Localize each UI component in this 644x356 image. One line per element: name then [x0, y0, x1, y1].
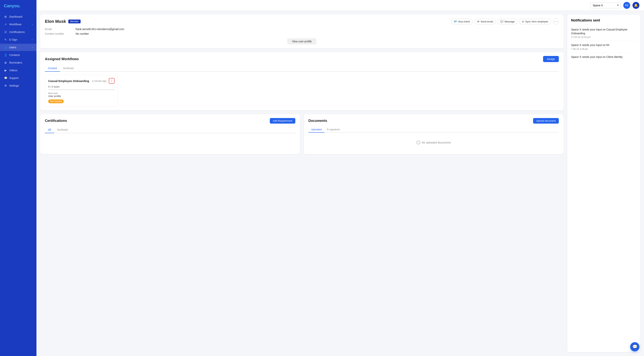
notif-text-3: Space X needs your input on Client Ident…: [571, 55, 636, 59]
sidebar-item-esign[interactable]: ✎ E-Sign ›: [0, 36, 36, 43]
sidebar-item-reminders[interactable]: ⊞ Reminders: [0, 59, 36, 66]
sidebar-item-support[interactable]: 💬 Support: [0, 74, 36, 82]
send-email-label: Send email: [480, 20, 493, 23]
documents-title: Documents: [308, 119, 327, 123]
chevron-right-icon-esign: ›: [32, 38, 32, 41]
sidebar-item-workflows[interactable]: ↗ Workflows ›: [0, 21, 36, 28]
users-icon: 👤: [4, 46, 7, 49]
notifications-panel: Notifications sent Space X needs your in…: [567, 14, 640, 352]
email-value: frank.iannelli.001+elondemo@gmail.com: [76, 28, 124, 31]
notif-text-1: Space X needs your input on Casual Emplo…: [571, 28, 636, 35]
cert-tabs: All Archived: [45, 127, 295, 133]
notif-text-2: Space X needs your input on hh: [571, 43, 636, 47]
sidebar-item-videos[interactable]: ▶ Videos: [0, 67, 36, 74]
documents-header: Documents Upload document: [308, 118, 559, 124]
notifications-title: Notifications sent: [571, 18, 636, 22]
tab-archived[interactable]: Archived: [60, 65, 76, 72]
assign-button[interactable]: Assign: [543, 56, 559, 62]
sidebar-label-reminders: Reminders: [9, 61, 22, 64]
sidebar-item-settings[interactable]: ⚙ Settings: [0, 82, 36, 89]
no-docs-area: i No uploaded documents: [308, 135, 559, 150]
sync-xero-button[interactable]: ⊙ Sync Xero employee: [519, 19, 551, 24]
notifications-button[interactable]: 🔔: [632, 2, 640, 9]
dashboard-icon: ⊞: [4, 15, 7, 18]
sidebar-item-users[interactable]: 👤 Users ›: [0, 44, 36, 51]
notification-item-3: Space X needs your input on Client Ident…: [571, 53, 636, 62]
workflow-card-header: Casual Employee Onboarding a minute ago …: [48, 78, 114, 84]
contacts-icon: 👤: [4, 53, 7, 57]
tab-esignature[interactable]: E-signature: [324, 127, 342, 133]
sidebar-label-certifications: Certifications: [9, 30, 25, 33]
tab-uploaded[interactable]: Uploaded: [308, 127, 324, 133]
workflow-tasks-count: 0 / 6 tasks: [48, 85, 114, 88]
workflow-card-casual-onboarding: Casual Employee Onboarding a minute ago …: [45, 75, 118, 107]
content-area: Elon Musk Member 🪪 Visa check ✉ Send ema…: [36, 11, 644, 356]
email-label: Email: [45, 28, 68, 31]
left-column: Elon Musk Member 🪪 Visa check ✉ Send ema…: [40, 14, 564, 352]
view-profile-button[interactable]: View user profile: [287, 38, 316, 44]
contact-label: Contact number: [45, 32, 68, 35]
sidebar-label-videos: Videos: [9, 69, 18, 72]
chat-fab-button[interactable]: 💬: [630, 342, 640, 352]
add-requirement-button[interactable]: Add Requirement: [270, 118, 295, 124]
videos-icon: ▶: [4, 69, 7, 72]
chevron-right-icon-users: ›: [32, 46, 32, 48]
main-wrapper: Space X FJ 🔔 Elon Musk Member 🪪 Visa che…: [36, 0, 644, 356]
email-icon: ✉: [477, 20, 479, 23]
workflows-header: Assigned Workflows Assign: [45, 56, 559, 62]
profile-details: Email frank.iannelli.001+elondemo@gmail.…: [45, 28, 559, 35]
certifications-header: Certifications Add Requirement: [45, 118, 295, 124]
sidebar-item-dashboard[interactable]: ⊞ Dashboard: [0, 13, 36, 20]
upload-document-button[interactable]: Upload document: [533, 118, 559, 124]
logo-text: Canyou.: [4, 3, 20, 8]
esign-icon: ✎: [4, 38, 7, 41]
workflow-more-button[interactable]: ⋮: [109, 78, 114, 84]
tab-cert-all[interactable]: All: [45, 127, 54, 133]
workflows-title: Assigned Workflows: [45, 57, 79, 61]
workflows-icon: ↗: [4, 23, 7, 26]
sidebar-label-settings: Settings: [9, 84, 19, 87]
profile-name-section: Elon Musk Member: [45, 19, 80, 24]
tab-current[interactable]: Current: [45, 65, 60, 72]
next-task-value: User profile: [48, 95, 114, 98]
doc-tabs: Uploaded E-signature: [308, 127, 559, 133]
contact-row: Contact number No number: [45, 32, 559, 35]
workflows-section: Assigned Workflows Assign Current Archiv…: [40, 52, 564, 110]
sidebar: Canyou. ⊞ Dashboard ↗ Workflows › ☑ Cert…: [0, 0, 36, 356]
message-button[interactable]: 💬 Message: [498, 19, 518, 24]
chevron-right-icon: ›: [32, 23, 32, 25]
sync-icon: ⊙: [522, 20, 524, 23]
sidebar-label-users: Users: [9, 46, 16, 49]
workflow-meta: a minute ago ⋮: [92, 78, 114, 84]
visa-icon: 🪪: [454, 20, 457, 23]
message-label: Message: [504, 20, 515, 23]
profile-card: Elon Musk Member 🪪 Visa check ✉ Send ema…: [40, 14, 564, 48]
app-logo: Canyou.: [0, 0, 36, 12]
sidebar-label-dashboard: Dashboard: [9, 15, 22, 18]
not-started-badge: Not Started: [48, 99, 64, 103]
settings-icon: ⚙: [4, 84, 7, 87]
bottom-sections: Certifications Add Requirement All Archi…: [40, 114, 564, 154]
workflow-time: a minute ago: [92, 80, 106, 82]
certifications-icon: ☑: [4, 30, 7, 34]
topbar: Space X FJ 🔔: [36, 0, 644, 11]
message-icon: 💬: [500, 20, 503, 23]
profile-header: Elon Musk Member 🪪 Visa check ✉ Send ema…: [45, 18, 559, 24]
avatar-button[interactable]: FJ: [623, 2, 630, 9]
sidebar-label-support: Support: [9, 76, 18, 80]
sidebar-item-certifications[interactable]: ☑ Certifications: [0, 28, 36, 36]
contact-value: No number: [76, 32, 89, 35]
certifications-title: Certifications: [45, 119, 67, 123]
certifications-section: Certifications Add Requirement All Archi…: [40, 114, 300, 154]
sidebar-item-contacts[interactable]: 👤 Contacts: [0, 51, 36, 59]
sidebar-label-esign: E-Sign: [9, 38, 17, 41]
sync-xero-label: Sync Xero employee: [525, 20, 548, 23]
workspace-selector[interactable]: Space X: [590, 2, 621, 8]
more-options-button[interactable]: ⋯: [553, 18, 559, 24]
next-task-label: Next task: [48, 92, 114, 95]
workflow-tabs: Current Archived: [45, 65, 559, 72]
visa-check-button[interactable]: 🪪 Visa check: [451, 19, 473, 24]
no-docs-label: No uploaded documents: [422, 141, 451, 144]
send-email-button[interactable]: ✉ Send email: [474, 19, 496, 24]
tab-cert-archived[interactable]: Archived: [54, 127, 70, 133]
